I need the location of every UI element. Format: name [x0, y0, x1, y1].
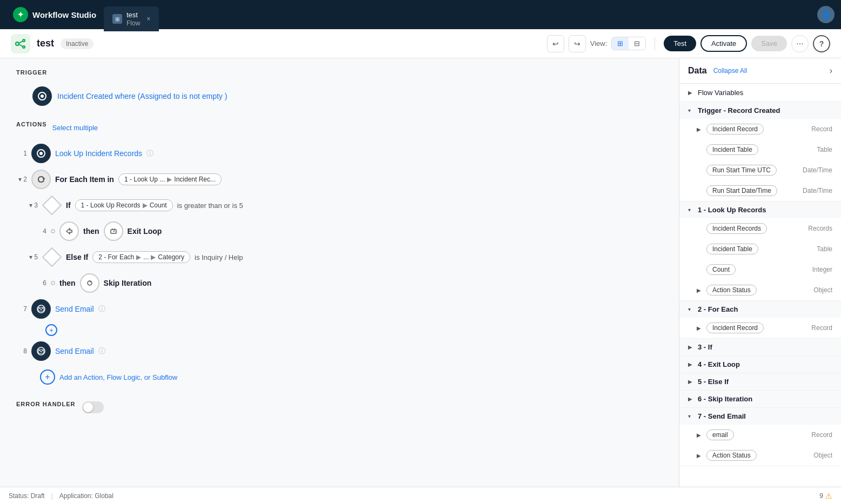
tree-item-action-status-email[interactable]: ▶ Action Status Object: [688, 445, 841, 466]
more-button[interactable]: ···: [791, 35, 809, 52]
action-label-8[interactable]: Send Email: [55, 347, 94, 355]
panel-header: Data Collapse All ›: [679, 58, 841, 84]
if-label: If: [66, 201, 71, 210]
collapse-all-link[interactable]: Collapse All: [713, 67, 747, 75]
tree-item-email[interactable]: ▶ email Record: [688, 425, 841, 445]
lookup-items: ▶ Incident Records Records ▶ Incident Ta…: [679, 218, 841, 300]
tree-item-flow-variables[interactable]: ▶ Flow Variables: [679, 84, 841, 102]
action-then-4[interactable]: [104, 221, 123, 241]
pill-incident-table[interactable]: Incident Table: [706, 144, 758, 155]
flow-title: test: [37, 38, 54, 49]
step-num-2: ▾ 2: [16, 176, 27, 183]
tree-item-action-status-lookup[interactable]: ▶ Action Status Object: [688, 280, 841, 300]
help-icon-7[interactable]: ⓘ: [98, 304, 105, 314]
separator-bottom: |: [51, 492, 53, 500]
tree-item-incident-table[interactable]: ▶ Incident Table Table: [688, 139, 841, 160]
bottom-bar: Status: Draft | Application: Global 9 ⚠: [0, 487, 841, 504]
tab-test-flow[interactable]: ⊞ test Flow ×: [104, 6, 159, 31]
pill-count[interactable]: Count: [706, 264, 736, 275]
action-node-2[interactable]: [31, 170, 51, 189]
add-action-row: + Add an Action, Flow Logic, or Subflow: [40, 364, 663, 390]
action-node-6[interactable]: [80, 273, 99, 293]
type-incident-table: Table: [817, 146, 832, 153]
pill-action-status-lookup[interactable]: Action Status: [706, 285, 757, 295]
label-foreach: 2 - For Each: [698, 305, 738, 313]
skip-iteration-text[interactable]: Skip Iteration: [104, 279, 152, 287]
tree-item-incident-table-2[interactable]: ▶ Incident Table Table: [688, 239, 841, 259]
svg-point-0: [16, 42, 19, 45]
tree-item-incident-record[interactable]: ▶ Incident Record Record: [688, 119, 841, 139]
section-send-email[interactable]: ▾ 7 - Send Email: [679, 408, 841, 425]
section-lookup[interactable]: ▾ 1 - Look Up Records: [679, 201, 841, 218]
add-action-button[interactable]: +: [40, 369, 55, 385]
arrow-lookup: ▾: [688, 207, 695, 213]
pill-incident-records[interactable]: Incident Records: [706, 223, 767, 234]
tab-title-line1: test: [126, 11, 140, 19]
pill-email[interactable]: email: [706, 429, 734, 440]
action-label-7[interactable]: Send Email: [55, 305, 94, 313]
tree-item-count[interactable]: ▶ Count Integer: [688, 259, 841, 280]
section-trigger[interactable]: ▾ Trigger - Record Created: [679, 102, 841, 119]
tree-item-incident-records[interactable]: ▶ Incident Records Records: [688, 218, 841, 239]
tab-close-button[interactable]: ×: [146, 15, 150, 23]
trigger-text[interactable]: Incident Created where (Assigned to is n…: [57, 92, 227, 100]
tree-item-run-start-utc[interactable]: ▶ Run Start Time UTC Date/Time: [688, 160, 841, 180]
section-else-if[interactable]: ▶ 5 - Else If: [679, 373, 841, 390]
tree-item-run-start-date[interactable]: ▶ Run Start Date/Time Date/Time: [688, 180, 841, 201]
tab-icon: ⊞: [112, 14, 122, 24]
pill-incident-record-2[interactable]: Incident Record: [706, 322, 764, 333]
activate-button[interactable]: Activate: [700, 35, 747, 52]
type-incident-record: Record: [811, 125, 832, 133]
top-bar-right: 👤: [817, 6, 835, 23]
pill-incident-record[interactable]: Incident Record: [706, 124, 764, 135]
action-row-1: 1 Look Up Incident Records ⓘ: [16, 140, 663, 166]
save-button[interactable]: Save: [751, 36, 787, 51]
view-list-button[interactable]: ⊞: [612, 37, 629, 50]
pill-run-start-date[interactable]: Run Start Date/Time: [706, 185, 777, 196]
condition-node-3[interactable]: [42, 196, 62, 215]
pill-action-status-email[interactable]: Action Status: [706, 450, 757, 461]
test-button[interactable]: Test: [664, 36, 696, 51]
svg-line-3: [19, 41, 23, 43]
select-multiple-link[interactable]: Select multiple: [52, 124, 98, 132]
for-each-pill[interactable]: 1 - Look Up ... ▶ Incident Rec...: [118, 173, 222, 185]
add-action-text[interactable]: Add an Action, Flow Logic, or Subflow: [59, 373, 177, 381]
action-node-8[interactable]: [31, 341, 51, 361]
help-icon-1[interactable]: ⓘ: [146, 149, 153, 158]
exit-loop-text[interactable]: Exit Loop: [128, 227, 162, 236]
redo-button[interactable]: ↪: [569, 35, 586, 52]
add-between-button[interactable]: +: [45, 324, 57, 336]
exit-loop-label: then: [83, 227, 99, 236]
foreach-items: ▶ Incident Record Record: [679, 318, 841, 338]
else-if-pill[interactable]: 2 - For Each ▶ ... ▶ Category: [92, 251, 190, 263]
action-node-7[interactable]: [31, 299, 51, 319]
view-grid-button[interactable]: ⊟: [629, 37, 645, 50]
action-node-4[interactable]: [59, 221, 79, 241]
help-icon-8[interactable]: ⓘ: [98, 346, 105, 356]
arrow-send-email: ▾: [688, 413, 695, 419]
section-exit-loop[interactable]: ▶ 4 - Exit Loop: [679, 356, 841, 373]
tree-section-else-if: ▶ 5 - Else If: [679, 373, 841, 391]
action-label-1[interactable]: Look Up Incident Records: [55, 149, 142, 158]
label-trigger: Trigger - Record Created: [698, 106, 780, 115]
right-panel: Data Collapse All › ▶ Flow Variables ▾ T…: [679, 58, 841, 487]
tree-item-incident-record-2[interactable]: ▶ Incident Record Record: [688, 318, 841, 338]
action-row-7: 7 Send Email ⓘ: [16, 296, 663, 322]
section-skip[interactable]: ▶ 6 - Skip Iteration: [679, 391, 841, 407]
arrow-if: ▶: [688, 344, 695, 350]
action-node-1[interactable]: [31, 144, 51, 163]
error-handler-toggle[interactable]: [82, 401, 104, 413]
section-if[interactable]: ▶ 3 - If: [679, 339, 841, 355]
condition-node-5[interactable]: [42, 247, 62, 267]
type-run-date: Date/Time: [803, 187, 832, 194]
help-button[interactable]: ?: [813, 35, 830, 52]
if-pill[interactable]: 1 - Look Up Records ▶ Count: [75, 199, 173, 211]
arrow-incident-record-2: ▶: [697, 325, 703, 331]
panel-expand-button[interactable]: ›: [830, 66, 832, 76]
undo-button[interactable]: ↩: [547, 35, 564, 52]
pill-incident-table-2[interactable]: Incident Table: [706, 244, 758, 254]
pill-run-start-utc[interactable]: Run Start Time UTC: [706, 165, 777, 176]
trigger-node[interactable]: [32, 86, 52, 106]
avatar[interactable]: 👤: [817, 6, 835, 23]
section-foreach[interactable]: ▾ 2 - For Each: [679, 301, 841, 318]
